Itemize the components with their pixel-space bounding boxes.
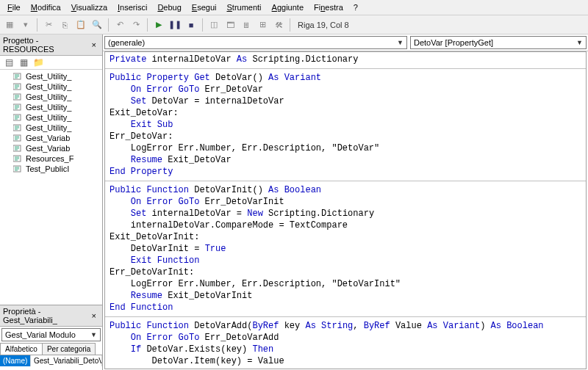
paste-icon[interactable]: 📋 (74, 18, 87, 32)
code-editor[interactable]: Private internalDetoVar As Scripting.Dic… (104, 51, 587, 369)
module-icon (13, 82, 24, 91)
module-icon (13, 154, 24, 163)
module-icon (13, 103, 24, 112)
module-icon (13, 123, 24, 132)
project-toolbar: ▤ ▦ 📁 (0, 56, 102, 70)
properties-panel-header: Proprietà - Gest_Variabili_ × (0, 305, 102, 327)
tree-item[interactable]: Gest_Utility_ (0, 123, 102, 133)
procedure-combo[interactable]: DetoVar [PropertyGet]▼ (410, 36, 587, 49)
module-icon (13, 134, 24, 142)
close-icon[interactable]: × (89, 40, 99, 49)
props-icon[interactable]: 🗏 (240, 18, 253, 32)
explorer-icon[interactable]: 🗔 (223, 18, 237, 32)
prop-name-value[interactable]: Gest_Variabili_DetoVa (31, 355, 102, 366)
tree-item[interactable]: Gest_Variab (0, 133, 102, 143)
find-icon[interactable]: 🔍 (90, 18, 104, 32)
dropdown-icon[interactable]: ▾ (19, 18, 32, 32)
menu-run[interactable]: Esegui (187, 1, 221, 13)
module-icon (13, 144, 24, 153)
tree-item[interactable]: Gest_Utility_ (0, 112, 102, 123)
module-icon (13, 72, 24, 81)
cursor-position: Riga 19, Col 8 (298, 21, 349, 29)
view-icon[interactable]: ▦ (3, 18, 16, 32)
prop-name-label: (Name) (0, 355, 31, 366)
pause-icon[interactable]: ❚❚ (168, 18, 182, 32)
menu-bar: FFileile Modifica Visualizza Inserisci D… (0, 0, 588, 15)
project-panel-header: Progetto - RESOURCES × (0, 35, 102, 56)
toolbar: ▦ ▾ ✂ ⎘ 📋 🔍 ↶ ↷ ▶ ❚❚ ■ ◫ 🗔 🗏 ⊞ 🛠 Riga 19… (0, 15, 588, 35)
menu-addins[interactable]: Aggiunte (268, 1, 308, 13)
cut-icon[interactable]: ✂ (42, 18, 55, 32)
properties-grid[interactable]: (Name) Gest_Variabili_DetoVa (0, 355, 102, 366)
tree-item[interactable]: Gest_Utility_ (0, 71, 102, 81)
project-title: Progetto - RESOURCES (3, 36, 89, 54)
tree-item[interactable]: Gest_Utility_ (0, 92, 102, 102)
folder-icon[interactable]: 📁 (32, 57, 44, 68)
menu-help[interactable]: ? (349, 1, 362, 13)
redo-icon[interactable]: ↷ (129, 18, 143, 32)
browser-icon[interactable]: ⊞ (256, 18, 269, 32)
menu-view[interactable]: Visualizza (67, 1, 112, 13)
module-icon (13, 113, 24, 122)
close-icon[interactable]: × (89, 311, 99, 320)
scope-combo[interactable]: (generale)▼ (104, 36, 407, 49)
toolbox-icon[interactable]: 🛠 (272, 18, 285, 32)
tab-categorized[interactable]: Per categoria (42, 343, 96, 355)
undo-icon[interactable]: ↶ (113, 18, 126, 32)
copy-icon[interactable]: ⎘ (58, 18, 71, 32)
stop-icon[interactable]: ■ (184, 18, 198, 32)
tab-alphabetic[interactable]: Alfabetico (0, 343, 43, 355)
view-object-icon[interactable]: ▦ (18, 57, 29, 68)
module-icon (13, 164, 24, 173)
properties-title: Proprietà - Gest_Variabili_ (3, 307, 89, 324)
run-icon[interactable]: ▶ (152, 18, 165, 32)
tree-item[interactable]: Test_PublicI (0, 164, 102, 174)
menu-file[interactable]: FFileile (3, 1, 25, 13)
tree-item[interactable]: Gest_Utility_ (0, 81, 102, 92)
design-icon[interactable]: ◫ (207, 18, 220, 32)
view-code-icon[interactable]: ▤ (3, 57, 15, 68)
object-combo[interactable]: Gest_Varial Modulo▼ (1, 328, 101, 341)
module-icon (13, 92, 24, 101)
tree-item[interactable]: Resources_F (0, 153, 102, 164)
tree-item[interactable]: Gest_Utility_ (0, 102, 102, 112)
tree-item[interactable]: Gest_Variab (0, 143, 102, 153)
menu-window[interactable]: Finestra (309, 1, 348, 13)
project-tree[interactable]: Gest_Utility_ Gest_Utility_ Gest_Utility… (0, 70, 102, 305)
menu-debug[interactable]: Debug (153, 1, 185, 13)
menu-tools[interactable]: Strumenti (222, 1, 265, 13)
menu-edit[interactable]: Modifica (26, 1, 65, 13)
menu-insert[interactable]: Inserisci (113, 1, 151, 13)
